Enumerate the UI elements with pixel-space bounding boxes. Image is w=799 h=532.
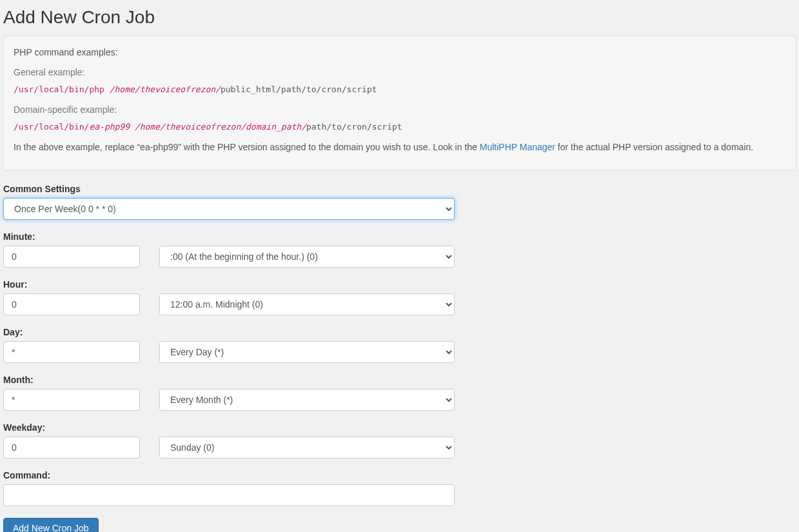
day-preset-select[interactable]: Every Day (*) [159,341,455,363]
month-preset-select[interactable]: Every Month (*) [159,389,455,411]
weekday-label: Weekday: [3,422,455,433]
weekday-preset-select[interactable]: Sunday (0) [159,437,455,458]
common-settings-select[interactable]: Once Per Week(0 0 * * 0) [3,198,455,220]
minute-input[interactable] [3,246,140,268]
day-input[interactable] [3,341,140,363]
note-text: In the above example, replace “ea-php99”… [14,142,480,152]
note-text: for the actual PHP version assigned to a… [555,142,753,152]
code-segment: /usr/local/bin/php [14,84,110,94]
code-segment: public_html/path/to/cron/script [221,84,377,94]
help-panel: PHP command examples: General example: /… [3,35,796,171]
minute-preset-select[interactable]: :00 (At the beginning of the hour.) (0) [159,246,455,268]
code-segment: /home/thevoiceofrezon/ [110,84,221,94]
help-intro: PHP command examples: [14,46,785,59]
month-input[interactable] [3,389,140,411]
hour-preset-select[interactable]: 12:00 a.m. Midnight (0) [159,293,455,315]
code-segment: /usr/local/bin/ [14,122,89,132]
command-input[interactable] [3,484,455,506]
weekday-input[interactable] [3,437,140,458]
multiphp-manager-link[interactable]: MultiPHP Manager [480,142,555,152]
general-example-heading: General example: [14,66,785,79]
help-note: In the above example, replace “ea-php99”… [14,141,785,154]
hour-label: Hour: [3,279,455,290]
code-segment: ea-php99 [89,122,134,132]
general-example-code: /usr/local/bin/php /home/thevoiceofrezon… [14,83,785,97]
domain-example-code: /usr/local/bin/ea-php99 /home/thevoiceof… [14,121,785,134]
cron-form: Common Settings Once Per Week(0 0 * * 0)… [3,184,455,532]
code-segment: domain_path/ [246,122,306,132]
add-cron-job-button[interactable]: Add New Cron Job [3,518,99,532]
domain-example-heading: Domain-specific example: [14,103,785,117]
command-label: Command: [3,470,455,480]
code-segment: /home/thevoiceofrezon/ [135,122,246,132]
month-label: Month: [3,375,455,385]
minute-label: Minute: [3,232,455,242]
common-settings-label: Common Settings [3,184,455,194]
page-title: Add New Cron Job [3,7,796,28]
code-segment: path/to/cron/script [306,122,402,132]
hour-input[interactable] [3,293,140,315]
day-label: Day: [3,327,455,337]
